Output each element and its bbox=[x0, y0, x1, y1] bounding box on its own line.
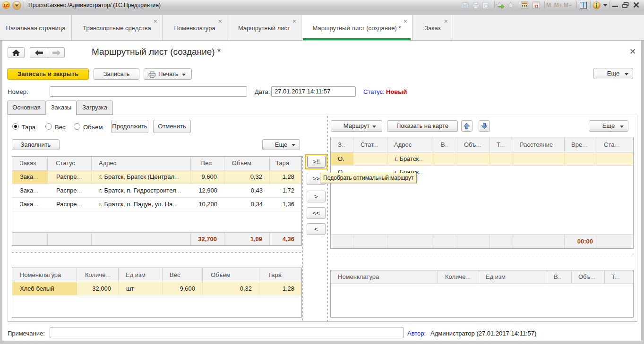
svg-text:31: 31 bbox=[534, 4, 539, 8]
svg-text:1С: 1С bbox=[3, 3, 9, 8]
